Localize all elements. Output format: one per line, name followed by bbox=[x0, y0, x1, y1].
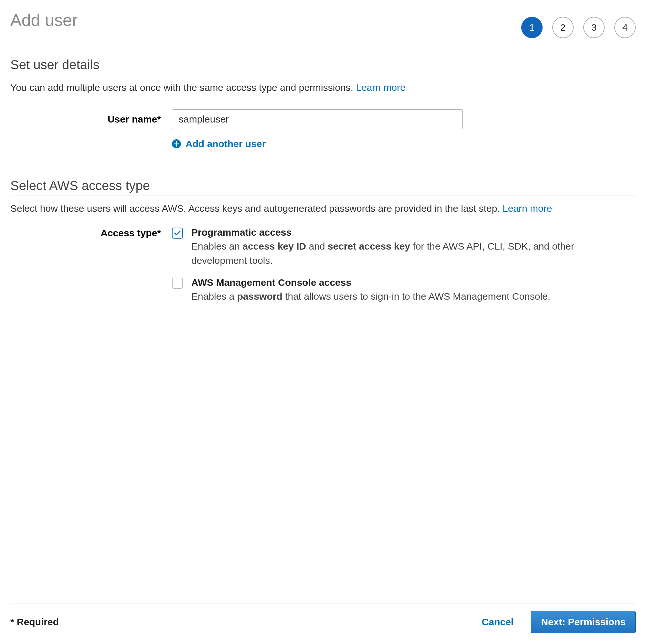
stepper: 1 2 3 4 bbox=[521, 10, 636, 38]
user-details-desc: You can add multiple users at once with … bbox=[10, 82, 636, 93]
add-another-user-label: Add another user bbox=[186, 139, 265, 149]
access-type-desc: Select how these users will access AWS. … bbox=[10, 203, 636, 214]
step-3[interactable]: 3 bbox=[583, 17, 605, 38]
learn-more-link-access-type[interactable]: Learn more bbox=[503, 203, 552, 214]
required-note: * Required bbox=[10, 617, 59, 628]
divider bbox=[10, 75, 636, 75]
add-another-user-button[interactable]: Add another user bbox=[172, 139, 636, 149]
console-access-title: AWS Management Console access bbox=[191, 277, 550, 288]
section-title-access-type: Select AWS access type bbox=[10, 178, 636, 193]
step-2[interactable]: 2 bbox=[552, 17, 574, 38]
divider bbox=[10, 196, 636, 196]
section-title-user-details: Set user details bbox=[10, 58, 636, 72]
access-type-desc-text: Select how these users will access AWS. … bbox=[10, 203, 503, 214]
username-label: User name* bbox=[10, 114, 172, 125]
step-4[interactable]: 4 bbox=[614, 17, 636, 38]
user-details-desc-text: You can add multiple users at once with … bbox=[10, 82, 356, 93]
console-access-desc: Enables a password that allows users to … bbox=[191, 289, 550, 303]
username-input[interactable] bbox=[172, 109, 463, 129]
step-1[interactable]: 1 bbox=[521, 17, 543, 38]
programmatic-access-checkbox[interactable] bbox=[172, 227, 183, 239]
plus-circle-icon bbox=[172, 140, 181, 149]
programmatic-access-title: Programmatic access bbox=[191, 227, 579, 238]
cancel-button[interactable]: Cancel bbox=[480, 616, 516, 628]
next-permissions-button[interactable]: Next: Permissions bbox=[531, 611, 636, 633]
learn-more-link-user-details[interactable]: Learn more bbox=[356, 82, 405, 93]
programmatic-access-desc: Enables an access key ID and secret acce… bbox=[191, 239, 579, 267]
page-title: Add user bbox=[10, 10, 78, 30]
console-access-checkbox[interactable] bbox=[172, 278, 183, 289]
access-type-label: Access type* bbox=[10, 227, 172, 239]
